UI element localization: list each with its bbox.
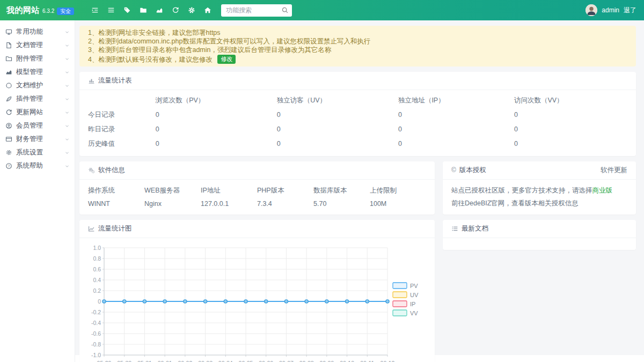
sidebar-item-finance-management[interactable]: 财务管理 xyxy=(0,132,75,146)
cell-value: 0 xyxy=(398,122,514,137)
field-value: WINNT xyxy=(88,200,144,208)
bar-chart-icon xyxy=(88,77,95,84)
col-uv: 独立访客（UV） xyxy=(277,93,398,108)
svg-text:05-30: 05-30 xyxy=(117,360,131,362)
col-spacer xyxy=(88,93,156,108)
sidebar-item-model-management[interactable]: 模型管理 xyxy=(0,65,75,79)
legend-label-VV: VV xyxy=(410,309,418,316)
refresh-icon[interactable] xyxy=(169,3,182,17)
sidebar-item-label: 财务管理 xyxy=(16,135,43,144)
license-header: © 版本授权 软件更新 xyxy=(443,161,636,180)
license-card: © 版本授权 软件更新 站点已授权社区版，更多官方技术支持，请选择商业版 前往D… xyxy=(443,161,636,215)
legend-label-IP: IP xyxy=(410,300,415,307)
chevron-down-icon xyxy=(64,137,70,142)
sidebar-item-label: 会员管理 xyxy=(16,121,43,130)
cogs-icon xyxy=(88,167,95,174)
svg-text:-1.0: -1.0 xyxy=(91,351,101,358)
svg-text:0.2: 0.2 xyxy=(93,287,101,293)
chevron-down-icon xyxy=(64,150,70,156)
svg-text:06-12: 06-12 xyxy=(380,360,395,362)
sidebar-item-common-functions[interactable]: 常用功能 xyxy=(0,25,75,39)
alert-line: 4、检测到默认账号没有修改，建议您修改 修改 xyxy=(88,55,627,64)
home-icon[interactable] xyxy=(201,3,215,17)
tag-icon[interactable] xyxy=(120,3,134,17)
chevron-down-icon xyxy=(64,164,70,169)
circle-icon xyxy=(5,82,12,89)
svg-text:-0.8: -0.8 xyxy=(91,341,101,347)
commercial-link[interactable]: 商业版 xyxy=(592,187,613,194)
sidebar-item-attachment-management[interactable]: 附件管理 xyxy=(0,52,75,65)
legend-label-UV: UV xyxy=(410,291,419,298)
table-row: 历史峰值 0 0 0 0 xyxy=(88,137,627,151)
col-pv: 浏览次数（PV） xyxy=(156,93,277,108)
software-update-link[interactable]: 软件更新 xyxy=(601,166,627,175)
refresh-icon xyxy=(5,109,12,116)
chevron-down-icon xyxy=(64,56,70,62)
cell-value: 0 xyxy=(277,108,398,122)
svg-text:05-31: 05-31 xyxy=(137,360,152,362)
svg-text:06-10: 06-10 xyxy=(340,360,354,362)
license-line: 前往DedeBIZ官网，查看版本相关授权信息 xyxy=(451,199,627,208)
line-chart-icon xyxy=(88,225,95,232)
copyright-icon: © xyxy=(451,167,456,173)
legend-swatch-PV xyxy=(393,283,407,289)
sidebar-item-document-management[interactable]: 文档管理 xyxy=(0,39,75,52)
svg-text:06-06: 06-06 xyxy=(259,360,273,362)
alert-line: 2、检测到data/common.inc.php数据库配置文件权限可以写入，建议… xyxy=(88,37,627,46)
sidebar-item-label: 模型管理 xyxy=(16,68,43,77)
sidebar-item-label: 文档管理 xyxy=(16,41,43,50)
latest-docs-body xyxy=(443,238,636,250)
credit-card-icon xyxy=(5,136,12,143)
outdent-icon[interactable] xyxy=(88,3,102,17)
menu-icon[interactable] xyxy=(104,3,118,17)
svg-text:-0.6: -0.6 xyxy=(91,330,101,336)
logout-link[interactable]: 退了 xyxy=(624,6,636,15)
sidebar-item-system-help[interactable]: 系统帮助 xyxy=(0,159,75,173)
panel-title: 流量统计表 xyxy=(98,76,132,85)
col-ip: 独立地址（IP） xyxy=(398,93,514,108)
area-chart-icon[interactable] xyxy=(152,3,166,17)
monitor-icon xyxy=(5,28,12,35)
field-label: 上传限制 xyxy=(370,186,426,195)
field-value: 100M xyxy=(370,200,426,208)
svg-text:06-04: 06-04 xyxy=(218,360,233,362)
sidebar-item-document-maintenance[interactable]: 文档维护 xyxy=(0,79,75,92)
alert-line: 3、检测到后台管理目录名称中包含admin，强烈建议后台管理目录修改为其它名称 xyxy=(88,46,627,54)
license-body: 站点已授权社区版，更多官方技术支持，请选择商业版 前往DedeBIZ官网，查看版… xyxy=(443,180,636,215)
sidebar-item-plugin-management[interactable]: 插件管理 xyxy=(0,92,75,106)
modify-button[interactable]: 修改 xyxy=(217,55,236,64)
sidebar-item-member-management[interactable]: 会员管理 xyxy=(0,119,75,132)
avatar[interactable] xyxy=(586,4,597,16)
sidebar-item-label: 系统帮助 xyxy=(16,161,43,171)
security-badge[interactable]: 安全 xyxy=(57,8,74,15)
col-vv: 访问次数（VV） xyxy=(514,93,627,108)
table-row: 昨日记录 0 0 0 0 xyxy=(88,122,627,137)
search-icon[interactable] xyxy=(281,6,289,14)
sidebar-item-update-site[interactable]: 更新网站 xyxy=(0,106,75,119)
sidebar: 常用功能 文档管理 附件管理 模型管理 文档维护 插件管理 更新网站 会员管理 xyxy=(0,20,75,362)
cell-value: 0 xyxy=(277,122,398,137)
site-brand[interactable]: 我的网站 6.3.2 安全 xyxy=(0,5,79,16)
traffic-table: 浏览次数（PV） 独立访客（UV） 独立地址（IP） 访问次数（VV） 今日记录… xyxy=(88,93,627,151)
document-icon xyxy=(5,42,12,49)
svg-text:05-29: 05-29 xyxy=(97,360,112,362)
row-label: 今日记录 xyxy=(88,108,156,122)
folder-icon[interactable] xyxy=(136,3,150,17)
traffic-table-card: 流量统计表 浏览次数（PV） 独立访客（UV） 独立地址（IP） 访问次数（VV… xyxy=(79,72,636,156)
sidebar-item-label: 系统设置 xyxy=(16,148,43,157)
svg-text:0.8: 0.8 xyxy=(93,255,101,261)
username[interactable]: admin xyxy=(602,6,619,14)
row-label: 昨日记录 xyxy=(88,122,156,137)
license-line: 站点已授权社区版，更多官方技术支持，请选择商业版 xyxy=(451,186,627,195)
main-content: 1、检测到网址非安全链接，建议您部署https 2、检测到data/common… xyxy=(75,20,644,355)
license-text: 站点已授权社区版，更多官方技术支持，请选择 xyxy=(451,187,592,194)
gear-icon[interactable] xyxy=(185,3,199,17)
panel-title: 最新文档 xyxy=(462,224,488,233)
user-icon xyxy=(5,122,12,129)
header-quick-icons xyxy=(88,3,215,17)
panel-title: 版本授权 xyxy=(459,166,486,175)
traffic-table-header: 流量统计表 xyxy=(79,72,636,90)
sidebar-item-label: 插件管理 xyxy=(16,94,43,104)
sidebar-item-system-settings[interactable]: 系统设置 xyxy=(0,146,75,159)
legend-label-PV: PV xyxy=(410,282,418,289)
